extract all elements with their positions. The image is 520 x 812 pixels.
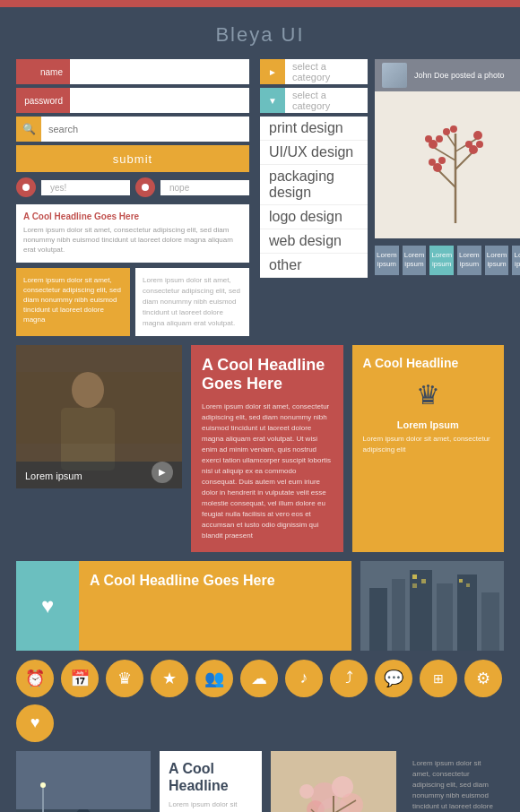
dropdown-menu: print design UI/UX design packaging desi…	[260, 117, 368, 278]
crown-icon-display: ♛	[363, 379, 494, 410]
building-background	[360, 561, 504, 651]
white-text-card: Lorem ipsum dolor sit amet, consectetur …	[135, 268, 249, 336]
radio-row: yes! nope	[16, 177, 249, 197]
social-card: John Doe posted a photo	[375, 59, 520, 238]
social-photo-section: John Doe posted a photo	[375, 59, 520, 278]
tab-item-2[interactable]: Loremipsum	[429, 246, 454, 275]
password-input[interactable]	[70, 88, 249, 113]
search-row: 🔍	[16, 117, 249, 142]
tag-icon-btn[interactable]: ⊞	[420, 660, 457, 697]
star-icon-btn[interactable]: ★	[151, 660, 188, 697]
tab-item-5[interactable]: Loremipsum	[512, 246, 520, 275]
svg-rect-21	[16, 372, 182, 444]
name-label: name	[16, 59, 70, 84]
svg-rect-33	[466, 583, 470, 587]
search-icon: 🔍	[22, 123, 36, 135]
teal-left-panel: ♥	[16, 561, 79, 651]
svg-point-17	[450, 125, 457, 133]
svg-rect-32	[459, 579, 463, 583]
select-row-1: ► select a category	[260, 59, 368, 84]
svg-rect-29	[412, 574, 417, 579]
gear-icon-btn[interactable]: ⚙	[464, 660, 502, 697]
flower-svg	[393, 98, 518, 232]
music-icon-btn[interactable]: ♪	[285, 660, 323, 697]
yellow-card-headline: A Cool Headline	[363, 356, 494, 370]
photo-card: Lorem ipsum ▶	[16, 345, 182, 552]
people-icon-btn[interactable]: 👥	[195, 660, 233, 697]
radio-label-1: yes!	[41, 180, 130, 195]
wide-card-row: ♥ A Cool Headline Goes Here	[16, 561, 504, 651]
street-photo-card	[16, 751, 151, 812]
red-card-body: Lorem ipsum dolor sit amet, consectetur …	[202, 402, 333, 541]
right-panel: ► select a category ▼ select a category …	[260, 59, 520, 336]
svg-point-8	[429, 159, 436, 166]
teal-right-panel: A Cool Headline Goes Here	[79, 561, 351, 651]
svg-line-1	[438, 169, 455, 187]
svg-rect-23	[369, 588, 387, 651]
tab-item-3[interactable]: Loremipsum	[457, 246, 481, 275]
tabs-row: Loremipsum Loremipsum Loremipsum Loremip…	[375, 246, 520, 275]
name-row: name	[16, 59, 249, 84]
cherry-svg	[271, 751, 396, 812]
avatar	[382, 63, 407, 88]
svg-point-49	[299, 784, 314, 799]
radio-inner-1	[22, 184, 30, 191]
top-section: name password 🔍 submit	[16, 59, 504, 336]
tab-item-1[interactable]: Loremipsum	[403, 246, 427, 275]
building-card	[360, 561, 504, 651]
dropdown-item-2[interactable]: packaging design	[260, 165, 368, 205]
yellow-card: A Cool Headline ♛ Lorem Ipsum Lorem ipsu…	[352, 345, 505, 552]
svg-line-5	[446, 134, 455, 147]
social-card-header: John Doe posted a photo	[375, 59, 520, 91]
svg-rect-28	[481, 592, 499, 651]
text-card: A Cool Headline Goes Here Lorem ipsum do…	[16, 204, 249, 263]
alarm-icon-btn[interactable]: ⏰	[16, 660, 54, 697]
dropdown-item-0[interactable]: print design	[260, 117, 368, 141]
svg-rect-25	[410, 570, 432, 651]
svg-point-42	[40, 782, 46, 788]
calendar-icon-btn[interactable]: 📅	[61, 660, 99, 697]
tab-item-0[interactable]: Loremipsum	[375, 246, 399, 275]
heart-icon-display: ♥	[41, 593, 54, 618]
yellow-card-body: Lorem ipsum dolor sit amet, consectetur …	[363, 434, 494, 455]
photo-label: Lorem ipsum	[25, 471, 82, 481]
dropdown-item-3[interactable]: logo design	[260, 205, 368, 229]
select-text-1: select a category	[285, 61, 368, 82]
chat-icon-btn[interactable]: 💬	[375, 660, 412, 697]
svg-rect-24	[392, 579, 405, 651]
text-card-body: Lorem ipsum dolor sit amet, consectetur …	[23, 225, 242, 255]
radio-btn-1[interactable]	[16, 177, 36, 197]
select-icon-1: ►	[260, 59, 285, 84]
search-input[interactable]	[41, 117, 249, 142]
svg-rect-40	[16, 751, 151, 809]
photo-background: Lorem ipsum ▶	[16, 345, 182, 488]
svg-rect-26	[437, 583, 453, 651]
heart-icon-btn[interactable]: ♥	[16, 704, 54, 742]
radio-label-2: nope	[160, 180, 249, 195]
cherry-photo-card: A Cool Headline Goes Here	[271, 751, 396, 812]
dropdown-item-5[interactable]: other	[260, 254, 368, 278]
street-photo-bg	[16, 751, 151, 812]
dropdown-item-1[interactable]: UI/UX design	[260, 141, 368, 165]
name-input[interactable]	[70, 59, 249, 84]
svg-rect-31	[412, 583, 417, 588]
middle-section: Lorem ipsum ▶ A Cool Headline Goes Here …	[16, 345, 504, 552]
header-bar	[0, 0, 520, 7]
svg-point-16	[443, 128, 450, 135]
cloud-icon-btn[interactable]: ☁	[240, 660, 278, 697]
tab-item-4[interactable]: Loremipsum	[485, 246, 509, 275]
select-icon-2: ▼	[260, 88, 285, 113]
dropdown-item-4[interactable]: web design	[260, 229, 368, 254]
svg-point-15	[473, 131, 482, 140]
yellow-card-sub: Lorem Ipsum	[363, 419, 494, 430]
share-icon-btn[interactable]: ⤴	[330, 660, 368, 697]
yellow-left-box: Lorem ipsum dolor sit amet, consectetur …	[16, 268, 130, 336]
play-button[interactable]: ▶	[152, 462, 173, 483]
main-content: name password 🔍 submit	[0, 59, 520, 812]
crown-icon-btn[interactable]: ♛	[106, 660, 143, 697]
svg-point-7	[438, 157, 446, 164]
red-card: A Cool Headline Goes Here Lorem ipsum do…	[191, 345, 343, 552]
select-text-2: select a category	[285, 90, 368, 111]
submit-button[interactable]: submit	[16, 145, 249, 172]
radio-btn-2[interactable]	[135, 177, 155, 197]
